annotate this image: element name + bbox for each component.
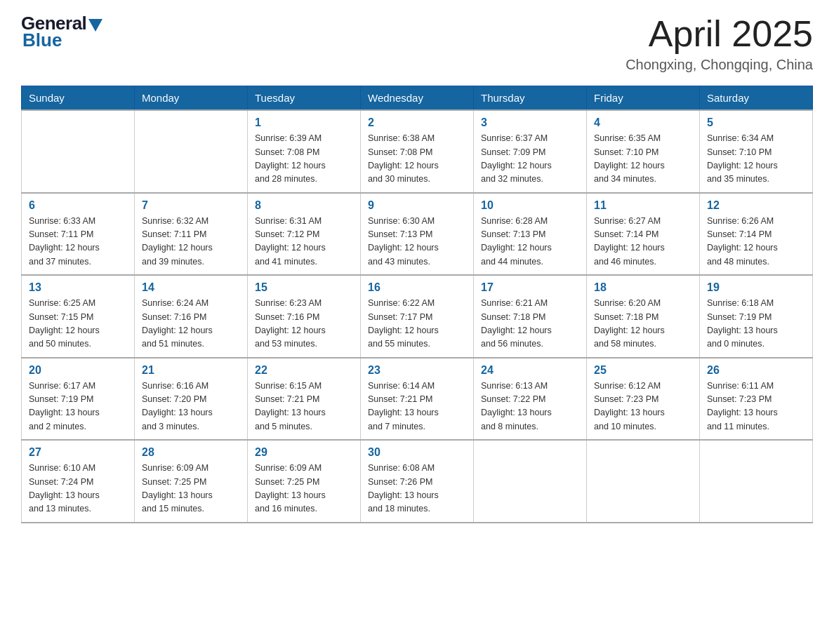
day-number: 18	[594, 281, 692, 294]
calendar-cell: 6Sunrise: 6:33 AMSunset: 7:11 PMDaylight…	[22, 193, 135, 276]
day-info: Sunrise: 6:25 AMSunset: 7:15 PMDaylight:…	[29, 297, 127, 351]
calendar-cell	[135, 110, 248, 193]
day-number: 24	[481, 364, 579, 377]
calendar-week-row: 20Sunrise: 6:17 AMSunset: 7:19 PMDayligh…	[22, 358, 813, 441]
day-number: 4	[594, 116, 692, 129]
calendar-week-row: 13Sunrise: 6:25 AMSunset: 7:15 PMDayligh…	[22, 275, 813, 358]
calendar-cell: 23Sunrise: 6:14 AMSunset: 7:21 PMDayligh…	[361, 358, 474, 441]
day-info: Sunrise: 6:22 AMSunset: 7:17 PMDaylight:…	[368, 297, 466, 351]
day-info: Sunrise: 6:16 AMSunset: 7:20 PMDaylight:…	[142, 380, 240, 434]
day-info: Sunrise: 6:20 AMSunset: 7:18 PMDaylight:…	[594, 297, 692, 351]
day-number: 23	[368, 364, 466, 377]
day-info: Sunrise: 6:09 AMSunset: 7:25 PMDaylight:…	[142, 462, 240, 516]
location-subtitle: Chongxing, Chongqing, China	[626, 57, 813, 73]
calendar-table: SundayMondayTuesdayWednesdayThursdayFrid…	[21, 86, 813, 523]
calendar-body: 1Sunrise: 6:39 AMSunset: 7:08 PMDaylight…	[22, 110, 813, 523]
logo-triangle-icon	[88, 19, 102, 32]
title-block: April 2025 Chongxing, Chongqing, China	[626, 14, 813, 73]
calendar-cell	[700, 440, 813, 523]
day-number: 25	[594, 364, 692, 377]
calendar-week-row: 27Sunrise: 6:10 AMSunset: 7:24 PMDayligh…	[22, 440, 813, 523]
page-header: General Blue April 2025 Chongxing, Chong…	[21, 14, 813, 73]
weekday-header-tuesday: Tuesday	[248, 86, 361, 111]
day-info: Sunrise: 6:38 AMSunset: 7:08 PMDaylight:…	[368, 132, 466, 187]
day-number: 14	[142, 281, 240, 294]
day-info: Sunrise: 6:13 AMSunset: 7:22 PMDaylight:…	[481, 380, 579, 434]
day-info: Sunrise: 6:12 AMSunset: 7:23 PMDaylight:…	[594, 380, 692, 434]
day-number: 9	[368, 199, 466, 212]
calendar-cell: 17Sunrise: 6:21 AMSunset: 7:18 PMDayligh…	[474, 275, 587, 358]
day-info: Sunrise: 6:30 AMSunset: 7:13 PMDaylight:…	[368, 215, 466, 269]
calendar-cell: 10Sunrise: 6:28 AMSunset: 7:13 PMDayligh…	[474, 193, 587, 276]
day-number: 6	[29, 199, 127, 212]
calendar-cell: 18Sunrise: 6:20 AMSunset: 7:18 PMDayligh…	[587, 275, 700, 358]
weekday-header-thursday: Thursday	[474, 86, 587, 111]
day-number: 21	[142, 364, 240, 377]
calendar-cell	[587, 440, 700, 523]
calendar-cell: 22Sunrise: 6:15 AMSunset: 7:21 PMDayligh…	[248, 358, 361, 441]
day-info: Sunrise: 6:14 AMSunset: 7:21 PMDaylight:…	[368, 380, 466, 434]
calendar-header: SundayMondayTuesdayWednesdayThursdayFrid…	[22, 86, 813, 111]
weekday-header-monday: Monday	[135, 86, 248, 111]
day-number: 17	[481, 281, 579, 294]
day-info: Sunrise: 6:17 AMSunset: 7:19 PMDaylight:…	[29, 380, 127, 434]
calendar-cell	[474, 440, 587, 523]
calendar-week-row: 1Sunrise: 6:39 AMSunset: 7:08 PMDaylight…	[22, 110, 813, 193]
day-number: 27	[29, 446, 127, 459]
day-info: Sunrise: 6:23 AMSunset: 7:16 PMDaylight:…	[255, 297, 353, 351]
calendar-cell: 11Sunrise: 6:27 AMSunset: 7:14 PMDayligh…	[587, 193, 700, 276]
calendar-cell: 13Sunrise: 6:25 AMSunset: 7:15 PMDayligh…	[22, 275, 135, 358]
weekday-header-friday: Friday	[587, 86, 700, 111]
day-info: Sunrise: 6:08 AMSunset: 7:26 PMDaylight:…	[368, 462, 466, 516]
day-info: Sunrise: 6:09 AMSunset: 7:25 PMDaylight:…	[255, 462, 353, 516]
calendar-cell: 29Sunrise: 6:09 AMSunset: 7:25 PMDayligh…	[248, 440, 361, 523]
calendar-cell: 14Sunrise: 6:24 AMSunset: 7:16 PMDayligh…	[135, 275, 248, 358]
calendar-week-row: 6Sunrise: 6:33 AMSunset: 7:11 PMDaylight…	[22, 193, 813, 276]
calendar-cell: 9Sunrise: 6:30 AMSunset: 7:13 PMDaylight…	[361, 193, 474, 276]
weekday-header-saturday: Saturday	[700, 86, 813, 111]
day-number: 12	[707, 199, 805, 212]
day-number: 13	[29, 281, 127, 294]
calendar-cell: 27Sunrise: 6:10 AMSunset: 7:24 PMDayligh…	[22, 440, 135, 523]
calendar-cell: 15Sunrise: 6:23 AMSunset: 7:16 PMDayligh…	[248, 275, 361, 358]
day-info: Sunrise: 6:11 AMSunset: 7:23 PMDaylight:…	[707, 380, 805, 434]
calendar-cell: 25Sunrise: 6:12 AMSunset: 7:23 PMDayligh…	[587, 358, 700, 441]
month-title: April 2025	[626, 14, 813, 54]
day-number: 5	[707, 116, 805, 129]
day-number: 3	[481, 116, 579, 129]
day-info: Sunrise: 6:18 AMSunset: 7:19 PMDaylight:…	[707, 297, 805, 351]
calendar-cell: 1Sunrise: 6:39 AMSunset: 7:08 PMDaylight…	[248, 110, 361, 193]
day-number: 8	[255, 199, 353, 212]
calendar-cell: 26Sunrise: 6:11 AMSunset: 7:23 PMDayligh…	[700, 358, 813, 441]
calendar-cell: 4Sunrise: 6:35 AMSunset: 7:10 PMDaylight…	[587, 110, 700, 193]
day-info: Sunrise: 6:33 AMSunset: 7:11 PMDaylight:…	[29, 215, 127, 269]
weekday-header-sunday: Sunday	[22, 86, 135, 111]
logo-blue-text: Blue	[21, 31, 102, 49]
day-info: Sunrise: 6:21 AMSunset: 7:18 PMDaylight:…	[481, 297, 579, 351]
calendar-cell: 16Sunrise: 6:22 AMSunset: 7:17 PMDayligh…	[361, 275, 474, 358]
day-number: 1	[255, 116, 353, 129]
day-number: 22	[255, 364, 353, 377]
day-info: Sunrise: 6:37 AMSunset: 7:09 PMDaylight:…	[481, 132, 579, 187]
day-number: 16	[368, 281, 466, 294]
calendar-cell: 7Sunrise: 6:32 AMSunset: 7:11 PMDaylight…	[135, 193, 248, 276]
day-info: Sunrise: 6:35 AMSunset: 7:10 PMDaylight:…	[594, 132, 692, 187]
weekday-header-wednesday: Wednesday	[361, 86, 474, 111]
calendar-cell: 19Sunrise: 6:18 AMSunset: 7:19 PMDayligh…	[700, 275, 813, 358]
calendar-cell: 21Sunrise: 6:16 AMSunset: 7:20 PMDayligh…	[135, 358, 248, 441]
day-info: Sunrise: 6:28 AMSunset: 7:13 PMDaylight:…	[481, 215, 579, 269]
day-info: Sunrise: 6:26 AMSunset: 7:14 PMDaylight:…	[707, 215, 805, 269]
weekday-header-row: SundayMondayTuesdayWednesdayThursdayFrid…	[22, 86, 813, 111]
day-info: Sunrise: 6:15 AMSunset: 7:21 PMDaylight:…	[255, 380, 353, 434]
day-info: Sunrise: 6:24 AMSunset: 7:16 PMDaylight:…	[142, 297, 240, 351]
day-number: 30	[368, 446, 466, 459]
calendar-cell	[22, 110, 135, 193]
day-number: 20	[29, 364, 127, 377]
day-number: 29	[255, 446, 353, 459]
day-number: 7	[142, 199, 240, 212]
day-info: Sunrise: 6:34 AMSunset: 7:10 PMDaylight:…	[707, 132, 805, 187]
calendar-cell: 8Sunrise: 6:31 AMSunset: 7:12 PMDaylight…	[248, 193, 361, 276]
day-number: 10	[481, 199, 579, 212]
day-number: 28	[142, 446, 240, 459]
calendar-cell: 12Sunrise: 6:26 AMSunset: 7:14 PMDayligh…	[700, 193, 813, 276]
